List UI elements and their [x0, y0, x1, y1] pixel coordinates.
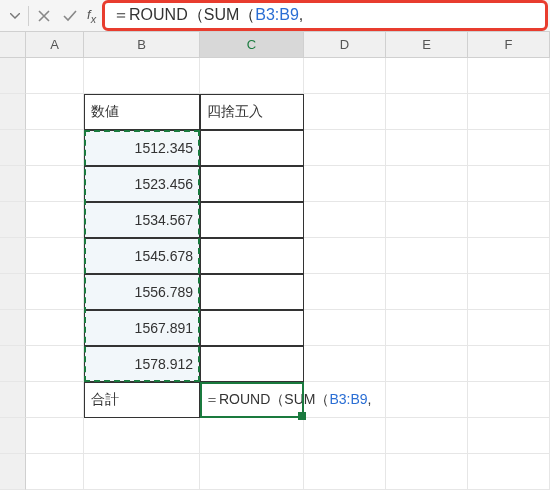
cell[interactable]	[468, 202, 550, 238]
cell-value[interactable]: 1523.456	[84, 166, 200, 202]
cell[interactable]	[304, 238, 386, 274]
cell[interactable]	[304, 274, 386, 310]
cell[interactable]	[26, 454, 84, 490]
cell[interactable]	[304, 58, 386, 94]
cell[interactable]	[200, 310, 304, 346]
cell[interactable]	[468, 94, 550, 130]
cell[interactable]	[304, 310, 386, 346]
formula-input[interactable]: ＝ROUND（SUM（B3:B9,	[113, 5, 303, 26]
cell[interactable]	[386, 238, 468, 274]
cell[interactable]	[386, 274, 468, 310]
cancel-button[interactable]	[31, 3, 57, 29]
cell[interactable]	[26, 346, 84, 382]
cell[interactable]	[26, 58, 84, 94]
cell[interactable]	[26, 418, 84, 454]
cell[interactable]	[468, 166, 550, 202]
cell[interactable]	[26, 238, 84, 274]
col-header-F[interactable]: F	[468, 32, 550, 57]
cell[interactable]	[386, 310, 468, 346]
row-header[interactable]	[0, 382, 26, 418]
cell[interactable]	[386, 382, 468, 418]
cell[interactable]	[304, 454, 386, 490]
cell-header-round[interactable]: 四捨五入	[200, 94, 304, 130]
cell[interactable]	[386, 418, 468, 454]
cell-value[interactable]: 1545.678	[84, 238, 200, 274]
cell[interactable]	[304, 94, 386, 130]
cell[interactable]	[386, 166, 468, 202]
cell[interactable]	[26, 310, 84, 346]
cell[interactable]	[386, 454, 468, 490]
row-header[interactable]	[0, 310, 26, 346]
cell[interactable]	[468, 274, 550, 310]
cell[interactable]	[468, 382, 550, 418]
cell[interactable]	[26, 166, 84, 202]
cell[interactable]	[386, 94, 468, 130]
cell[interactable]	[468, 418, 550, 454]
cell[interactable]	[468, 58, 550, 94]
cell[interactable]	[26, 274, 84, 310]
cell[interactable]	[200, 346, 304, 382]
cell[interactable]	[26, 130, 84, 166]
cell-value[interactable]: 1556.789	[84, 274, 200, 310]
cell[interactable]	[386, 130, 468, 166]
cell-value[interactable]: 1567.891	[84, 310, 200, 346]
col-header-C[interactable]: C	[200, 32, 304, 57]
cell[interactable]	[386, 58, 468, 94]
col-header-E[interactable]: E	[386, 32, 468, 57]
row-header[interactable]	[0, 346, 26, 382]
row-header[interactable]	[0, 274, 26, 310]
row-header[interactable]	[0, 202, 26, 238]
cell[interactable]	[468, 454, 550, 490]
cell[interactable]	[200, 418, 304, 454]
cell[interactable]	[468, 346, 550, 382]
cell[interactable]	[304, 418, 386, 454]
row-header[interactable]	[0, 130, 26, 166]
cell[interactable]	[468, 130, 550, 166]
cell[interactable]	[26, 202, 84, 238]
cell[interactable]	[200, 274, 304, 310]
row-header[interactable]	[0, 454, 26, 490]
cell[interactable]	[200, 58, 304, 94]
select-all-corner[interactable]	[0, 32, 26, 57]
row: 数値 四捨五入	[0, 94, 550, 130]
row-header[interactable]	[0, 238, 26, 274]
cell-header-numeric[interactable]: 数値	[84, 94, 200, 130]
cell[interactable]	[304, 202, 386, 238]
cell-value[interactable]: 1578.912	[84, 346, 200, 382]
row-header[interactable]	[0, 94, 26, 130]
cell[interactable]	[468, 310, 550, 346]
cell[interactable]	[26, 94, 84, 130]
enter-button[interactable]	[57, 3, 83, 29]
cell[interactable]	[200, 238, 304, 274]
cell[interactable]	[304, 346, 386, 382]
cell[interactable]	[200, 130, 304, 166]
namebox-dropdown-icon[interactable]	[8, 9, 22, 23]
fx-icon[interactable]: fx	[83, 7, 100, 25]
active-cell-editing[interactable]: ＝ROUND（SUM（B3:B9,	[200, 382, 304, 418]
cell[interactable]	[200, 202, 304, 238]
cell[interactable]	[200, 454, 304, 490]
cell-value[interactable]: 1512.345	[84, 130, 200, 166]
editing-ref: B3:B9	[329, 391, 367, 407]
row: 1523.456	[0, 166, 550, 202]
cell[interactable]	[200, 166, 304, 202]
col-header-B[interactable]: B	[84, 32, 200, 57]
col-header-A[interactable]: A	[26, 32, 84, 57]
cell[interactable]	[84, 58, 200, 94]
cell[interactable]	[468, 238, 550, 274]
col-header-D[interactable]: D	[304, 32, 386, 57]
cell-value[interactable]: 1534.567	[84, 202, 200, 238]
cell-total-label[interactable]: 合計	[84, 382, 200, 418]
formula-text-ref: B3:B9	[255, 6, 299, 23]
cell[interactable]	[386, 202, 468, 238]
cell[interactable]	[304, 130, 386, 166]
row-header[interactable]	[0, 418, 26, 454]
cell[interactable]	[26, 382, 84, 418]
row-header[interactable]	[0, 58, 26, 94]
cell[interactable]	[84, 454, 200, 490]
cell[interactable]	[304, 166, 386, 202]
cell[interactable]	[386, 346, 468, 382]
row: 1567.891	[0, 310, 550, 346]
row-header[interactable]	[0, 166, 26, 202]
cell[interactable]	[84, 418, 200, 454]
